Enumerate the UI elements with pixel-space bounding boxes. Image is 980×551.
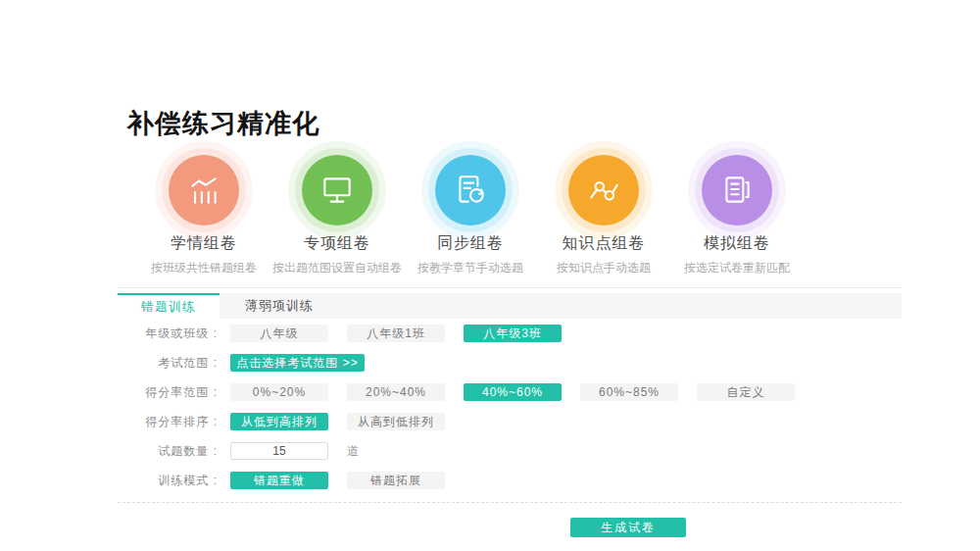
card-mock[interactable]: 模拟组卷 按选定试卷重新匹配 <box>670 141 804 276</box>
mode-extend-wrong[interactable]: 错题拓展 <box>347 472 445 489</box>
page-title: 补偿练习精准化 <box>127 106 319 141</box>
score-range-0-20[interactable]: 0%~20% <box>230 383 328 401</box>
card-subtitle: 按出题范围设置自动组卷 <box>270 260 404 276</box>
card-subtitle: 按教学章节手动选题 <box>404 260 537 276</box>
question-count-controls: 道 <box>230 442 359 460</box>
card-subtitle: 按选定试卷重新匹配 <box>670 260 804 276</box>
grade-option-class3[interactable]: 八年级3班 <box>464 325 562 342</box>
composition-mode-cards: 学情组卷 按班级共性错题组卷 专项组卷 按出题范围设置自动组卷 <box>137 141 804 276</box>
question-count-label: 试题数量 : <box>118 442 218 460</box>
card-special-topic-circle <box>288 141 386 239</box>
training-mode-options: 错题重做 错题拓展 <box>230 472 445 489</box>
score-range-label: 得分率范围 : <box>118 383 218 401</box>
document-sync-icon <box>435 155 506 225</box>
exam-scope-label: 考试范围 : <box>118 354 218 372</box>
score-range-40-60[interactable]: 40%~60% <box>464 383 562 401</box>
page: 补偿练习精准化 学情组卷 按班级共性错题组卷 <box>0 0 980 551</box>
card-subtitle: 按知识点手动选题 <box>537 260 670 276</box>
training-tabbar: 错题训练 薄弱项训练 <box>118 293 902 319</box>
grade-class-options: 八年级 八年级1班 八年级3班 <box>230 325 562 342</box>
question-count-unit: 道 <box>347 442 359 460</box>
tab-weak-item-training[interactable]: 薄弱项训练 <box>220 293 339 319</box>
section-divider <box>118 287 902 288</box>
card-special-topic[interactable]: 专项组卷 按出题范围设置自动组卷 <box>270 141 404 276</box>
card-sync[interactable]: 同步组卷 按教学章节手动选题 <box>404 141 537 276</box>
card-knowledge-point[interactable]: 知识点组卷 按知识点手动选题 <box>537 141 670 276</box>
score-range-20-40[interactable]: 20%~40% <box>347 383 445 401</box>
papers-icon <box>702 155 772 225</box>
monitor-icon <box>302 155 372 225</box>
question-count-input[interactable] <box>230 442 328 460</box>
card-sync-circle <box>421 141 519 239</box>
exam-scope-options: 点击选择考试范围 >> <box>230 354 365 372</box>
score-range-options: 0%~20% 20%~40% 40%~60% 60%~85% 自定义 <box>230 383 795 401</box>
generate-paper-button[interactable]: 生成试卷 <box>570 518 686 537</box>
chart-icon <box>169 155 239 225</box>
score-sort-options: 从低到高排列 从高到低排列 <box>230 413 445 430</box>
card-mock-circle <box>688 141 786 239</box>
sort-high-to-low[interactable]: 从高到低排列 <box>347 413 445 430</box>
tabbar-filler <box>339 293 902 319</box>
card-learning-analysis-circle <box>155 141 253 239</box>
knowledge-graph-icon <box>568 155 639 225</box>
score-range-custom[interactable]: 自定义 <box>697 383 795 401</box>
grade-option-grade8[interactable]: 八年级 <box>230 325 328 342</box>
card-learning-analysis[interactable]: 学情组卷 按班级共性错题组卷 <box>137 141 270 276</box>
mode-redo-wrong[interactable]: 错题重做 <box>230 472 328 489</box>
card-subtitle: 按班级共性错题组卷 <box>137 260 270 276</box>
card-knowledge-point-circle <box>555 141 653 239</box>
score-sort-label: 得分率排序 : <box>118 413 218 430</box>
score-range-60-85[interactable]: 60%~85% <box>580 383 678 401</box>
sort-low-to-high[interactable]: 从低到高排列 <box>230 413 328 430</box>
select-exam-scope-button[interactable]: 点击选择考试范围 >> <box>230 354 365 372</box>
tab-wrong-question-training[interactable]: 错题训练 <box>118 293 220 319</box>
grade-option-class1[interactable]: 八年级1班 <box>347 325 445 342</box>
training-mode-label: 训练模式 : <box>118 472 218 489</box>
bottom-divider <box>118 502 902 503</box>
grade-class-label: 年级或班级 : <box>118 325 218 342</box>
